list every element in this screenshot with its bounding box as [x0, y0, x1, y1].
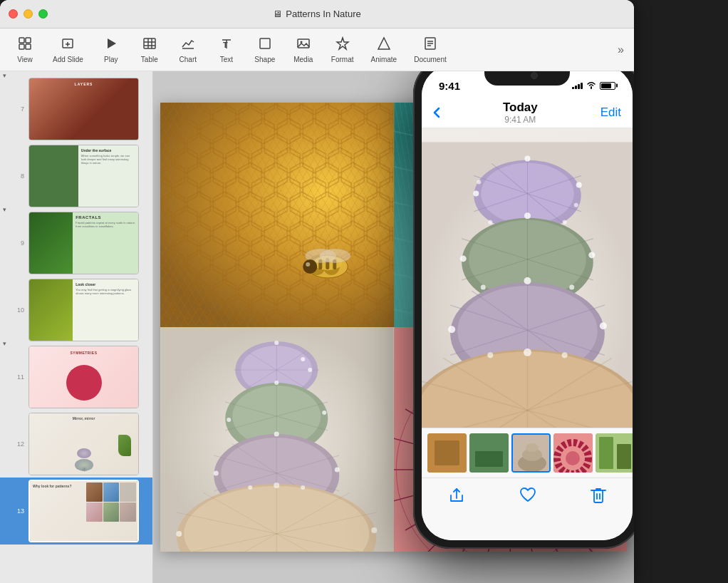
slide-number-10: 10	[14, 306, 24, 314]
slide-thumb-11: SYMMETRIES	[28, 346, 139, 408]
svg-point-135	[477, 180, 481, 185]
slide-item-7[interactable]: 7 LAYERS	[0, 76, 152, 143]
fullscreen-button[interactable]	[38, 9, 48, 19]
thumb-5[interactable]	[596, 433, 633, 473]
toolbar-format[interactable]: Format	[324, 32, 361, 68]
toolbar: View Add Slide Play	[0, 29, 634, 71]
svg-point-41	[306, 262, 310, 267]
status-icons	[572, 81, 615, 91]
slide-item-13[interactable]: 13 Why look for patterns?	[0, 478, 152, 545]
thumb-4[interactable]	[553, 433, 593, 473]
svg-rect-19	[298, 39, 309, 48]
iphone-bottom-toolbar	[422, 478, 633, 540]
toolbar-text[interactable]: T Text	[209, 32, 244, 68]
slide-thumb-8: Under the surface When something looks s…	[28, 145, 139, 207]
slide-thumb-7: LAYERS	[28, 78, 139, 140]
status-time: 9:41	[439, 80, 460, 92]
thumb-3[interactable]	[511, 433, 551, 473]
svg-point-89	[176, 531, 182, 537]
toolbar-table[interactable]: Table	[132, 32, 167, 68]
iphone-nav[interactable]: Today 9:41 AM Edit	[422, 97, 633, 128]
svg-rect-183	[599, 437, 613, 469]
media-label: Media	[293, 56, 313, 63]
svg-rect-2	[19, 44, 24, 49]
camera-dot	[531, 72, 538, 79]
slide-number-13: 13	[14, 507, 24, 515]
svg-rect-1	[26, 38, 31, 43]
slide-thumb-12: Mirror, mirror ✳	[28, 413, 139, 475]
toolbar-document[interactable]: Document	[407, 32, 454, 68]
back-button[interactable]	[433, 107, 440, 118]
svg-point-40	[303, 259, 317, 274]
svg-point-131	[524, 155, 530, 161]
minimize-button[interactable]	[24, 9, 33, 19]
heart-button[interactable]	[519, 487, 537, 504]
animate-label: Animate	[370, 56, 397, 63]
toolbar-media[interactable]: Media	[286, 32, 321, 68]
svg-point-91	[248, 485, 252, 490]
document-label: Document	[414, 56, 447, 63]
thumb-2[interactable]	[469, 433, 509, 473]
photo-thumbnail-strip[interactable]	[422, 428, 633, 478]
svg-point-169	[562, 352, 568, 358]
svg-point-178	[526, 443, 539, 452]
keynote-window: 🖥 Patterns In Nature View	[0, 0, 634, 583]
svg-point-60	[274, 341, 279, 345]
toolbar-add-slide[interactable]: Add Slide	[46, 32, 90, 68]
slide-number-8: 8	[14, 172, 24, 180]
slide-item-8[interactable]: 8 Under the surface When something looks…	[0, 143, 152, 210]
slides-panel[interactable]: ▾ 7 LAYERS 8 Under the surface	[0, 71, 153, 583]
window-title: 🖥 Patterns In Nature	[273, 9, 361, 19]
svg-marker-21	[337, 38, 348, 49]
slide-number-12: 12	[14, 440, 24, 448]
iphone-screen: 9:41	[422, 71, 633, 540]
iphone-main-photo	[422, 128, 633, 428]
trash-button[interactable]	[591, 487, 606, 504]
edit-button[interactable]: Edit	[600, 105, 621, 120]
titlebar: 🖥 Patterns In Nature	[0, 0, 634, 29]
toolbar-expand[interactable]: »	[615, 41, 627, 59]
svg-rect-3	[26, 44, 31, 49]
svg-point-68	[274, 381, 279, 385]
nav-title: Today	[503, 100, 538, 115]
traffic-lights	[9, 9, 48, 19]
document-icon	[423, 36, 437, 54]
toolbar-view[interactable]: View	[7, 32, 43, 68]
animate-icon	[377, 36, 391, 54]
add-slide-icon	[61, 36, 75, 54]
svg-point-88	[371, 527, 377, 533]
chart-label: Chart	[180, 56, 197, 63]
shape-label: Shape	[254, 56, 275, 63]
svg-point-87	[274, 483, 279, 488]
close-button[interactable]	[9, 9, 18, 19]
svg-rect-18	[260, 38, 270, 48]
wifi-icon	[586, 81, 596, 91]
view-icon	[18, 36, 32, 54]
slide-item-11[interactable]: 11 SYMMETRIES	[0, 344, 152, 411]
svg-rect-0	[19, 38, 24, 43]
svg-point-77	[274, 432, 279, 437]
canvas-area[interactable]: 9:41	[153, 71, 634, 583]
svg-rect-30	[160, 103, 393, 327]
svg-point-144	[563, 220, 567, 225]
table-icon	[142, 36, 157, 54]
text-label: Text	[220, 56, 233, 63]
thumb-1[interactable]	[427, 433, 467, 473]
toolbar-play[interactable]: Play	[93, 32, 129, 68]
svg-rect-172	[435, 440, 459, 465]
svg-point-69	[322, 411, 326, 415]
toolbar-shape[interactable]: Shape	[247, 32, 283, 68]
svg-point-70	[227, 418, 231, 422]
svg-point-181	[566, 451, 580, 465]
battery-icon	[600, 82, 615, 90]
toolbar-chart[interactable]: Chart	[170, 32, 206, 68]
toolbar-animate[interactable]: Animate	[363, 32, 404, 68]
slide-item-9[interactable]: 9 FRACTALS Fractal patterns repeat at ev…	[0, 210, 152, 277]
share-button[interactable]	[448, 487, 465, 504]
add-slide-label: Add Slide	[53, 56, 83, 63]
slide-item-10[interactable]: 10 Look closer You may find that getting…	[0, 277, 152, 344]
slide-item-12[interactable]: 12 Mirror, mirror ✳	[0, 411, 152, 478]
svg-point-170	[487, 352, 493, 358]
shape-icon	[258, 36, 272, 54]
svg-point-133	[473, 191, 479, 197]
